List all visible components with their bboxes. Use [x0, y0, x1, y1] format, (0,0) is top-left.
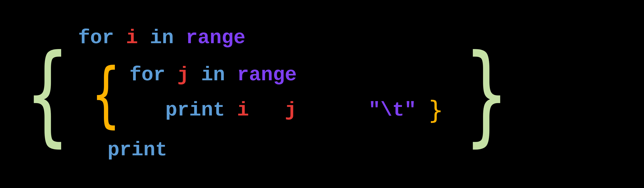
- code-line-print-ij: print i j "\t" }: [130, 98, 444, 123]
- outer-brace-left-icon: {: [26, 40, 69, 148]
- code-line-print: print: [108, 140, 450, 160]
- inner-brace-left-icon: {: [92, 58, 120, 130]
- inner-brace-right-icon: }: [428, 98, 443, 123]
- function-print: print: [108, 140, 167, 160]
- inner-block-body: for j in range print i j "\t" }: [123, 65, 450, 123]
- outer-brace-right-icon: }: [465, 40, 508, 148]
- variable-i: i: [237, 100, 249, 120]
- keyword-for: for: [78, 28, 114, 48]
- variable-j: j: [177, 65, 189, 85]
- keyword-for: for: [130, 65, 165, 85]
- code-body: for i in range { for j in range print i …: [74, 28, 454, 160]
- variable-j: j: [285, 100, 297, 120]
- code-diagram: { for i in range { for j in range print …: [21, 28, 513, 160]
- inner-block: { for j in range print i j "\t" }: [89, 58, 450, 130]
- code-line-inner-for: for j in range: [130, 65, 444, 85]
- keyword-in: in: [150, 28, 174, 48]
- function-range: range: [186, 28, 246, 48]
- function-print: print: [165, 100, 225, 120]
- variable-i: i: [126, 28, 138, 48]
- string-literal: "\t": [368, 100, 416, 120]
- function-range: range: [237, 65, 297, 85]
- code-line-outer-for: for i in range: [78, 28, 450, 48]
- keyword-in: in: [201, 65, 225, 85]
